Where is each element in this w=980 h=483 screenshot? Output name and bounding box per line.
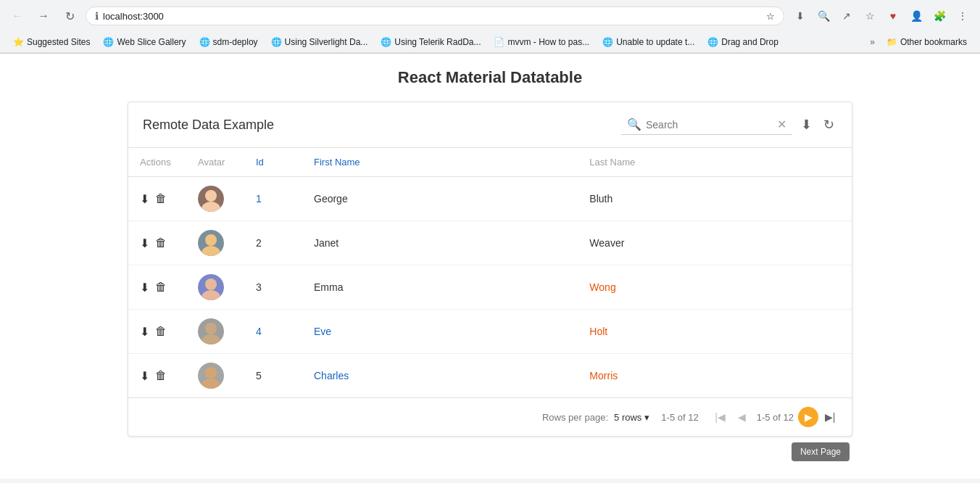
- address-bar[interactable]: ℹ localhost:3000 ☆: [86, 7, 784, 25]
- table-actions: 🔍 ✕ ⬇ ↻: [621, 114, 837, 136]
- zoom-icon[interactable]: 🔍: [813, 6, 834, 26]
- row-download-icon[interactable]: ⬇: [140, 369, 149, 383]
- row-delete-icon[interactable]: 🗑: [155, 236, 167, 249]
- forward-button[interactable]: →: [33, 6, 54, 26]
- row-actions: ⬇ 🗑: [140, 281, 175, 294]
- svg-point-10: [205, 323, 217, 334]
- row-4-firstname: Charles: [302, 354, 578, 398]
- firstname-value: Emma: [314, 281, 343, 293]
- row-download-icon[interactable]: ⬇: [140, 192, 149, 206]
- row-1-firstname: Janet: [302, 221, 578, 265]
- download-table-button[interactable]: ⬇: [798, 114, 815, 136]
- row-3-lastname: Holt: [578, 310, 852, 354]
- page-range-text: 1-5 of 12: [757, 412, 794, 423]
- avatar: [198, 230, 224, 256]
- bookmarks-more-button[interactable]: »: [865, 35, 879, 49]
- web-slice-icon: 🌐: [103, 37, 114, 47]
- menu-icon[interactable]: ⋮: [952, 6, 973, 26]
- rows-per-page-label: Rows per page:: [542, 412, 608, 423]
- bookmark-drag-drop[interactable]: 🌐 Drag and Drop: [702, 35, 784, 49]
- row-3-id: 4: [244, 310, 302, 354]
- refresh-table-button[interactable]: ↻: [821, 114, 837, 136]
- bookmark-label: Using Telerik RadDa...: [394, 37, 481, 47]
- firstname-value: George: [314, 193, 348, 205]
- folder-icon: 📁: [886, 37, 897, 47]
- bookmark-unable-to-update[interactable]: 🌐 Unable to update t...: [597, 35, 700, 49]
- avatar: [198, 186, 224, 212]
- bookmark-mvvm[interactable]: 📄 mvvm - How to pas...: [488, 35, 595, 49]
- bookmark-silverlight[interactable]: 🌐 Using Silverlight Da...: [265, 35, 374, 49]
- drag-drop-icon: 🌐: [707, 37, 718, 47]
- profile-icon[interactable]: 👤: [906, 6, 926, 26]
- pagination-bar: Rows per page: 5 rows ▾ 1-5 of 12 |◀ ◀ 1…: [128, 397, 852, 436]
- avatar: [198, 363, 224, 389]
- row-download-icon[interactable]: ⬇: [140, 236, 149, 250]
- svg-point-4: [205, 234, 217, 246]
- table-row: ⬇ 🗑 2JanetWeaver: [128, 221, 852, 265]
- col-header-id[interactable]: Id: [244, 148, 302, 177]
- next-page-button[interactable]: ▶: [798, 407, 818, 427]
- silverlight-icon: 🌐: [271, 37, 282, 47]
- firstname-link[interactable]: Charles: [314, 370, 349, 381]
- bookmark-telerik[interactable]: 🌐 Using Telerik RadDa...: [375, 35, 486, 49]
- puzzle-icon[interactable]: 🧩: [929, 6, 950, 26]
- chevron-down-icon: ▾: [644, 412, 649, 423]
- row-1-actions: ⬇ 🗑: [128, 221, 186, 265]
- bookmark-label: Using Silverlight Da...: [285, 37, 368, 47]
- reload-button[interactable]: ↻: [59, 6, 80, 26]
- bookmark-sdm-deploy[interactable]: 🌐 sdm-deploy: [194, 35, 264, 49]
- svg-point-1: [205, 190, 217, 202]
- favorite-icon[interactable]: ☆: [860, 6, 880, 26]
- bookmark-web-slice-gallery[interactable]: 🌐 Web Slice Gallery: [97, 35, 191, 49]
- bookmark-suggested-sites[interactable]: ⭐ Suggested Sites: [7, 35, 96, 49]
- row-download-icon[interactable]: ⬇: [140, 281, 149, 294]
- page-range-info: 1-5 of 12: [661, 412, 698, 423]
- page-controls: |◀ ◀ 1-5 of 12 ▶ ▶|: [710, 407, 840, 427]
- id-link[interactable]: 1: [256, 193, 262, 205]
- firstname-link[interactable]: Eve: [314, 326, 331, 337]
- row-3-actions: ⬇ 🗑: [128, 310, 186, 354]
- first-page-button[interactable]: |◀: [710, 407, 731, 427]
- row-4-lastname: Morris: [578, 354, 852, 398]
- row-actions: ⬇ 🗑: [140, 369, 175, 383]
- bookmark-star-icon[interactable]: ☆: [766, 11, 775, 22]
- browser-chrome: ← → ↻ ℹ localhost:3000 ☆ ⬇ 🔍 ↗ ☆ ♥ 👤 🧩 ⋮…: [0, 0, 980, 54]
- search-container: 🔍 ✕: [621, 115, 792, 135]
- col-header-firstname[interactable]: First Name: [302, 148, 578, 177]
- row-0-avatar: [186, 177, 244, 221]
- row-1-id: 2: [244, 221, 302, 265]
- table-title: Remote Data Example: [143, 117, 274, 133]
- search-icon: 🔍: [627, 117, 641, 131]
- lastname-link[interactable]: Holt: [589, 326, 607, 337]
- col-header-actions: Actions: [128, 148, 186, 177]
- last-page-button[interactable]: ▶|: [820, 407, 840, 427]
- col-header-lastname[interactable]: Last Name: [578, 148, 852, 177]
- id-value: 2: [256, 237, 262, 249]
- data-table: Actions Avatar Id First Name Last Name: [128, 147, 852, 397]
- rows-per-page: Rows per page: 5 rows ▾: [542, 412, 649, 423]
- row-delete-icon[interactable]: 🗑: [155, 325, 167, 338]
- row-download-icon[interactable]: ⬇: [140, 325, 149, 339]
- lastname-link[interactable]: Morris: [589, 370, 618, 381]
- back-button[interactable]: ←: [7, 6, 28, 26]
- row-delete-icon[interactable]: 🗑: [155, 192, 167, 205]
- share-icon[interactable]: ↗: [836, 6, 857, 26]
- id-link[interactable]: 4: [256, 326, 262, 337]
- rows-per-page-select[interactable]: 5 rows ▾: [614, 412, 649, 423]
- download-icon[interactable]: ⬇: [790, 6, 810, 26]
- browser-toolbar: ← → ↻ ℹ localhost:3000 ☆ ⬇ 🔍 ↗ ☆ ♥ 👤 🧩 ⋮: [0, 0, 980, 32]
- pocket-icon[interactable]: ♥: [883, 6, 903, 26]
- row-3-firstname: Eve: [302, 310, 578, 354]
- prev-page-button[interactable]: ◀: [732, 407, 752, 427]
- table-header-bar: Remote Data Example 🔍 ✕ ⬇ ↻: [128, 102, 852, 147]
- unable-update-icon: 🌐: [602, 37, 613, 47]
- avatar: [198, 318, 224, 344]
- row-delete-icon[interactable]: 🗑: [155, 369, 167, 382]
- other-bookmarks[interactable]: 📁 Other bookmarks: [881, 35, 973, 49]
- id-value: 5: [256, 370, 262, 381]
- search-input[interactable]: [646, 119, 773, 131]
- search-clear-icon[interactable]: ✕: [777, 117, 786, 131]
- row-delete-icon[interactable]: 🗑: [155, 281, 167, 294]
- bookmark-label: Suggested Sites: [27, 37, 90, 47]
- lastname-link[interactable]: Wong: [589, 281, 615, 293]
